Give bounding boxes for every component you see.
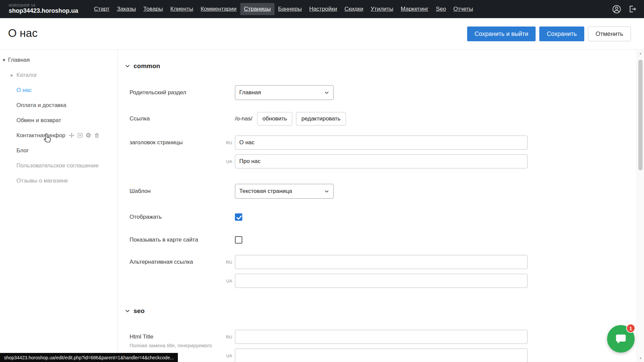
alt-link-ru-input[interactable] <box>235 255 528 269</box>
sitemap-checkbox[interactable] <box>235 236 242 244</box>
tree-item-label: О нас <box>16 87 32 94</box>
tree-item-label: Оплата и доставка <box>16 102 66 109</box>
topbar: HOROSHOP V4 shop34423.horoshop.ua Старт … <box>0 0 644 18</box>
lang-ru-tag: RU <box>224 140 232 145</box>
add-page-icon[interactable] <box>77 133 83 138</box>
sidebar-item-katalog[interactable]: ▸ Каталог <box>0 67 117 83</box>
tree-item-label: Блог <box>16 147 29 154</box>
settings-gear-icon[interactable]: ⚙ <box>86 132 91 139</box>
sidebar-item-otzyvy-o-magazine[interactable]: Отзывы о магазине <box>0 173 117 188</box>
chevron-down-icon <box>324 189 329 194</box>
page-title: О нас <box>8 27 38 40</box>
header-buttons: Сохранить и выйти Сохранить Отменить <box>467 27 631 41</box>
form-row-parent-section: Родительский раздел Главная <box>125 85 637 100</box>
scroll-down-arrow[interactable]: ▼ <box>637 355 644 362</box>
menu-settings[interactable]: Настройки <box>305 3 341 15</box>
delete-trash-icon[interactable] <box>94 133 100 138</box>
lang-ru-tag: RU <box>224 260 232 265</box>
menu-banners[interactable]: Баннеры <box>275 3 306 15</box>
sidebar-item-o-nas[interactable]: О нас <box>0 83 117 98</box>
tree-item-label: Отзывы о магазине <box>16 177 68 184</box>
scrollbar-thumb[interactable] <box>638 60 643 170</box>
page-edit-form: common Родительский раздел Главная Ссылк… <box>118 50 637 362</box>
pages-tree-sidebar: ▾ Главная ▸ Каталог О нас Оплата и доста… <box>0 50 118 362</box>
html-title-ru-input[interactable] <box>235 330 528 344</box>
sidebar-item-blog[interactable]: Блог <box>0 143 117 158</box>
field-label: Показывать в карте сайта <box>130 237 235 243</box>
account-icon[interactable] <box>612 5 621 14</box>
chevron-down-icon <box>324 90 329 95</box>
field-note: Полная замена title, генерируемого <box>130 343 220 348</box>
menu-utilities[interactable]: Утилиты <box>367 3 397 15</box>
html-title-ua-input[interactable] <box>235 349 528 362</box>
scroll-up-arrow[interactable]: ▲ <box>637 50 644 57</box>
menu-seo[interactable]: Seo <box>432 3 450 15</box>
save-and-exit-button[interactable]: Сохранить и выйти <box>467 27 536 41</box>
field-label: Шаблон <box>130 188 235 195</box>
menu-orders[interactable]: Заказы <box>113 3 140 15</box>
field-label: Ссылка <box>130 115 235 122</box>
lang-ru-tag: RU <box>224 334 232 340</box>
field-label: Отображать <box>130 214 235 220</box>
chat-widget-button[interactable]: 1 <box>607 325 635 353</box>
lang-ua-tag: UA <box>224 159 232 164</box>
form-row-link: Ссылка /o-nas/ обновить редактировать <box>125 112 637 125</box>
tree-item-label: Обмен и возврат <box>16 117 61 124</box>
form-row-template: Шаблон Текстовая страница <box>125 184 637 199</box>
save-button[interactable]: Сохранить <box>539 27 584 41</box>
refresh-link-button[interactable]: обновить <box>257 112 292 125</box>
caret-right-icon[interactable]: ▸ <box>11 72 13 78</box>
brand-logo[interactable]: HOROSHOP V4 shop34423.horoshop.ua <box>9 4 78 14</box>
page-title-ua-input[interactable] <box>235 154 528 168</box>
menu-products[interactable]: Товары <box>140 3 166 15</box>
sidebar-item-obmen-i-vozvrat[interactable]: Обмен и возврат <box>0 113 117 128</box>
display-checkbox[interactable] <box>235 213 242 221</box>
tree-item-label: Контактная инфор <box>16 132 65 139</box>
section-common[interactable]: common <box>125 62 637 70</box>
form-row-display: Отображать <box>125 213 637 221</box>
drag-move-icon[interactable] <box>69 133 75 138</box>
link-status-bar: shop34423.horoshop.ua/edit/edit.php?id=6… <box>0 353 178 362</box>
tree-item-label: Главная <box>8 57 30 63</box>
logout-icon[interactable] <box>628 5 637 13</box>
page-header: О нас Сохранить и выйти Сохранить Отмени… <box>0 18 644 49</box>
edit-link-button[interactable]: редактировать <box>296 112 346 125</box>
chat-bubble-icon <box>614 332 627 345</box>
tree-item-label: Пользовательское соглашение <box>16 162 99 169</box>
sidebar-item-kontaktnaya-informatsiya[interactable]: Контактная инфор ⚙ <box>0 128 117 143</box>
sidebar-item-oplata-i-dostavka[interactable]: Оплата и доставка <box>0 98 117 113</box>
alt-link-ua-input[interactable] <box>235 274 528 288</box>
menu-clients[interactable]: Клиенты <box>167 3 197 15</box>
menu-reports[interactable]: Отчеты <box>450 3 477 15</box>
form-row-alt-link: Альтернативная ссылка RU UA <box>125 255 637 288</box>
scrollbar[interactable]: ▲ ▼ <box>637 50 644 362</box>
parent-section-select[interactable]: Главная <box>235 85 334 100</box>
sidebar-item-polzovatelskoe-soglashenie[interactable]: Пользовательское соглашение <box>0 158 117 173</box>
menu-marketing[interactable]: Маркетинг <box>397 3 432 15</box>
field-label: Родительский раздел <box>130 89 235 96</box>
field-label: Html Title <box>130 333 224 340</box>
cancel-button[interactable]: Отменить <box>588 27 631 41</box>
form-row-sitemap: Показывать в карте сайта <box>125 236 637 244</box>
lang-ua-tag: UA <box>224 278 232 283</box>
section-title: common <box>134 62 160 70</box>
topbar-right <box>612 5 637 14</box>
field-label: заголовок страницы <box>130 136 224 146</box>
sidebar-item-glavnaya[interactable]: ▾ Главная <box>0 52 117 67</box>
main-menu: Старт Заказы Товары Клиенты Комментарии … <box>90 3 477 15</box>
menu-discounts[interactable]: Скидки <box>341 3 367 15</box>
field-label-block: Html Title Полная замена title, генериру… <box>130 330 224 348</box>
section-seo[interactable]: seo <box>125 307 637 315</box>
tree-item-actions: ⚙ <box>69 132 100 139</box>
menu-start[interactable]: Старт <box>90 3 113 15</box>
select-value: Текстовая страница <box>239 188 292 195</box>
field-label: Альтернативная ссылка <box>130 255 224 265</box>
menu-comments[interactable]: Комментарии <box>197 3 240 15</box>
caret-down-icon[interactable]: ▾ <box>3 57 5 63</box>
chevron-down-icon <box>125 63 130 69</box>
template-select[interactable]: Текстовая страница <box>235 184 334 199</box>
menu-pages[interactable]: Страницы <box>240 3 275 15</box>
link-path: /o-nas/ <box>235 115 252 122</box>
form-row-page-title: заголовок страницы RU UA <box>125 136 637 168</box>
page-title-ru-input[interactable] <box>235 136 528 150</box>
